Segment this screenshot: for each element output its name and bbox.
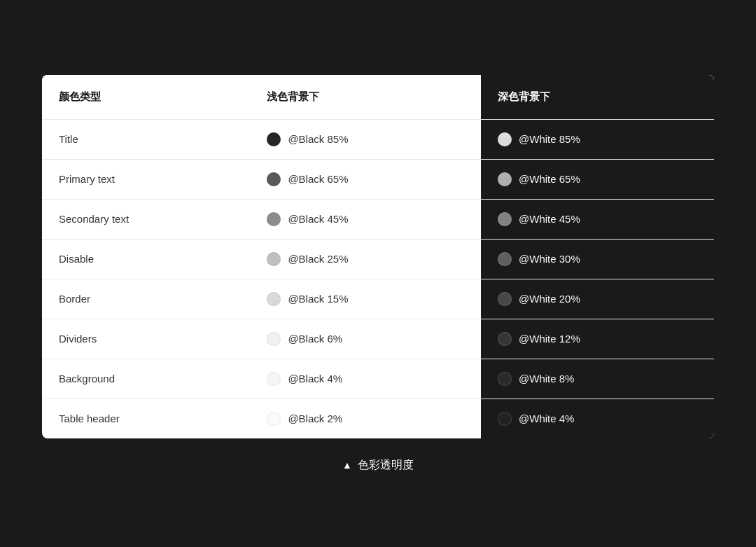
cell-light: @Black 45% [250, 199, 481, 239]
light-dot [267, 332, 281, 346]
light-label: @Black 2% [288, 413, 342, 424]
light-label: @Black 4% [288, 373, 342, 385]
light-label: @Black 15% [288, 293, 348, 305]
cell-light: @Black 4% [250, 359, 481, 399]
light-dot [267, 252, 281, 266]
light-label: @Black 25% [288, 253, 348, 265]
dark-dot [498, 132, 512, 146]
caption-triangle: ▲ [342, 459, 352, 471]
table-row: Secondary text@Black 45%@White 45% [42, 199, 714, 239]
header-light: 浅色背景下 [250, 75, 481, 120]
cell-dark: @White 12% [481, 319, 714, 359]
dark-dot [498, 212, 512, 226]
header-type: 颜色类型 [42, 75, 250, 120]
light-label: @Black 45% [288, 213, 348, 225]
cell-dark: @White 65% [481, 159, 714, 199]
dark-dot [498, 252, 512, 266]
header-dark: 深色背景下 [481, 75, 714, 120]
dark-dot [498, 172, 512, 186]
light-dot [267, 412, 281, 426]
table-row: Background@Black 4%@White 8% [42, 359, 714, 399]
cell-type: Border [42, 279, 250, 319]
caption-text: 色彩透明度 [358, 458, 414, 473]
table-row: Border@Black 15%@White 20% [42, 279, 714, 319]
dark-dot [498, 332, 512, 346]
cell-type: Primary text [42, 159, 250, 199]
cell-dark: @White 20% [481, 279, 714, 319]
color-table: 颜色类型 浅色背景下 深色背景下 Title@Black 85%@White 8… [42, 75, 714, 438]
cell-light: @Black 2% [250, 399, 481, 438]
cell-light: @Black 65% [250, 159, 481, 199]
cell-type: Table header [42, 399, 250, 438]
dark-label: @White 4% [519, 413, 574, 424]
cell-light: @Black 85% [250, 119, 481, 159]
dark-dot [498, 292, 512, 306]
cell-dark: @White 4% [481, 399, 714, 438]
cell-type: Secondary text [42, 199, 250, 239]
dark-label: @White 30% [519, 253, 580, 265]
cell-dark: @White 45% [481, 199, 714, 239]
light-dot [267, 132, 281, 146]
dark-label: @White 45% [519, 213, 580, 225]
light-dot [267, 372, 281, 386]
table-row: Dividers@Black 6%@White 12% [42, 319, 714, 359]
light-label: @Black 85% [288, 133, 348, 145]
light-label: @Black 65% [288, 173, 348, 185]
cell-dark: @White 85% [481, 119, 714, 159]
light-dot [267, 172, 281, 186]
dark-label: @White 65% [519, 173, 580, 185]
dark-label: @White 20% [519, 293, 580, 305]
dark-dot [498, 372, 512, 386]
table-row: Table header@Black 2%@White 4% [42, 399, 714, 438]
cell-light: @Black 6% [250, 319, 481, 359]
light-label: @Black 6% [288, 333, 342, 345]
cell-light: @Black 15% [250, 279, 481, 319]
caption: ▲ 色彩透明度 [342, 458, 414, 473]
cell-type: Dividers [42, 319, 250, 359]
cell-dark: @White 8% [481, 359, 714, 399]
light-dot [267, 212, 281, 226]
table-row: Disable@Black 25%@White 30% [42, 239, 714, 279]
dark-dot [498, 412, 512, 426]
cell-dark: @White 30% [481, 239, 714, 279]
cell-type: Background [42, 359, 250, 399]
dark-label: @White 85% [519, 133, 580, 145]
light-dot [267, 292, 281, 306]
color-table-card: 颜色类型 浅色背景下 深色背景下 Title@Black 85%@White 8… [42, 75, 714, 438]
table-row: Primary text@Black 65%@White 65% [42, 159, 714, 199]
dark-label: @White 12% [519, 333, 580, 345]
table-wrapper: 颜色类型 浅色背景下 深色背景下 Title@Black 85%@White 8… [42, 75, 714, 438]
cell-light: @Black 25% [250, 239, 481, 279]
cell-type: Title [42, 119, 250, 159]
cell-type: Disable [42, 239, 250, 279]
table-row: Title@Black 85%@White 85% [42, 119, 714, 159]
dark-label: @White 8% [519, 373, 574, 385]
